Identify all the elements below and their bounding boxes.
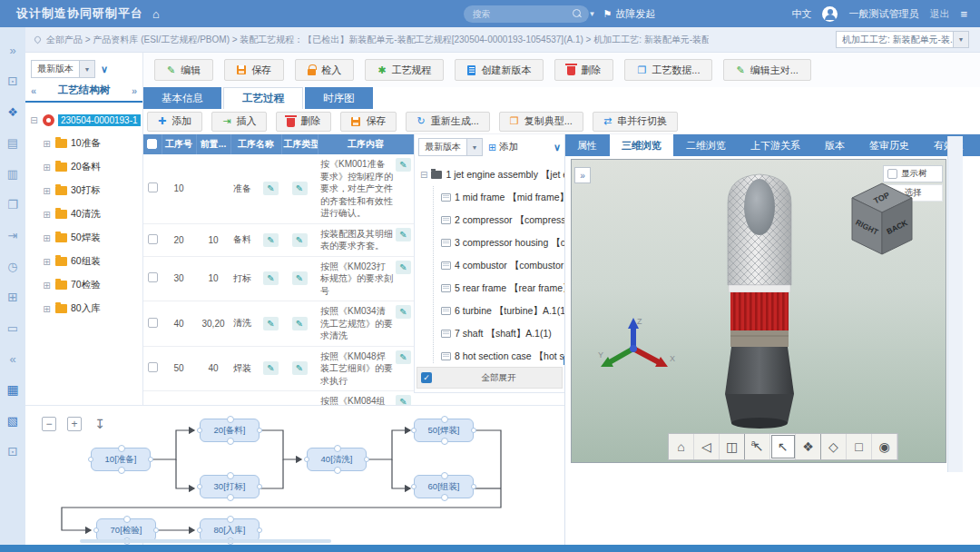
fault-launch-button[interactable]: ⚑ 故障发起 — [603, 7, 656, 21]
expand-panel-button[interactable]: » — [574, 167, 591, 183]
expand-icon[interactable]: ⊞ — [42, 233, 52, 243]
chevron-down-icon[interactable]: ∨ — [554, 142, 561, 153]
flow-node[interactable]: 60[组装] — [414, 475, 474, 498]
regenerate-button[interactable]: ↻重新生成... — [406, 112, 489, 132]
expand-icon[interactable]: ⊞ — [42, 163, 52, 172]
chart-icon[interactable]: ▧ — [0, 405, 25, 436]
screen-icon[interactable]: ⊞ — [0, 281, 25, 312]
bom-item[interactable]: 2 compressor 【compresso — [441, 209, 564, 232]
bom-item[interactable]: 7 shaft 【shaft】A.1(1) — [441, 322, 564, 345]
version-select[interactable]: 最新版本 ▼ — [31, 60, 95, 78]
expand-icon[interactable]: ⊞ — [42, 304, 52, 314]
pager-right-icon[interactable]: » — [132, 85, 137, 96]
chevron-down-icon[interactable]: ▼ — [79, 61, 94, 77]
tree-node[interactable]: ⊞50焊装 — [42, 226, 141, 250]
flow-node[interactable]: 20[备料] — [200, 419, 260, 442]
col-op-content[interactable]: 工序内容 — [318, 134, 414, 154]
document-icon[interactable]: ▤ — [0, 127, 25, 158]
table-row[interactable]: 2010 备料✎ ✎ 按装配图及其明细表的要求齐套。✎ — [143, 223, 414, 256]
save-rows-button[interactable]: 保存 — [340, 112, 397, 132]
box-zoom-icon[interactable]: □ — [847, 434, 872, 459]
edit-name-icon[interactable]: ✎ — [263, 361, 279, 375]
3d-viewer[interactable]: » 显示树 选择 TOP RIGHT BACK Z X Y — [571, 159, 946, 463]
edit-type-icon[interactable]: ✎ — [292, 317, 308, 330]
tab-3d-view[interactable]: 三维浏览 — [610, 134, 673, 156]
tab-approval-history[interactable]: 签审历史 — [858, 134, 921, 156]
process-flow-diagram[interactable]: − + ↧ 10[准备] 20[备料] 30[打标] 40[清洗] 50[焊装]… — [25, 405, 564, 543]
expand-icon[interactable]: ⊞ — [42, 281, 52, 291]
tree-icon[interactable]: ❖ — [0, 96, 25, 127]
copy-pages-icon[interactable]: ❐ — [0, 189, 25, 220]
select-cursor-icon[interactable]: ↖ — [770, 434, 796, 459]
flow-node[interactable]: 50[焊装] — [414, 419, 474, 442]
row-checkbox[interactable] — [148, 182, 158, 192]
add-button[interactable]: ✚添加 — [147, 112, 202, 132]
edit-content-icon[interactable]: ✎ — [396, 158, 411, 172]
serial-parallel-switch-button[interactable]: ⇄串并行切换 — [593, 112, 678, 132]
view-direction-icon[interactable]: ◁ — [694, 434, 720, 459]
apps-icon[interactable]: ▦ — [0, 374, 25, 405]
flow-node[interactable]: 40[清洗] — [307, 448, 367, 471]
edit-type-icon[interactable]: ✎ — [292, 271, 308, 285]
navigation-cube[interactable]: TOP RIGHT BACK — [849, 182, 915, 260]
jet-engine-model[interactable] — [701, 165, 818, 434]
tree-node[interactable]: ⊞10准备 — [42, 132, 141, 155]
clock-icon[interactable]: ◷ — [0, 251, 25, 281]
new-version-button[interactable]: 创建新版本 — [455, 59, 544, 81]
bom-version-select[interactable]: 最新版本 ▼ — [418, 138, 483, 156]
process-data-button[interactable]: ❐工艺数据... — [624, 59, 712, 81]
archive-icon[interactable]: ▥ — [0, 158, 25, 189]
bom-item[interactable]: 1 mid frame 【mid frame】 — [441, 186, 564, 209]
tab-basic-info[interactable]: 基本信息 — [143, 87, 221, 109]
expand-icon[interactable]: ⊞ — [42, 257, 52, 267]
edit-content-icon[interactable]: ✎ — [396, 228, 411, 242]
tree-root-label[interactable]: 230504-0000193-1 — [58, 114, 141, 126]
edit-name-icon[interactable]: ✎ — [263, 182, 279, 195]
chevron-down-icon[interactable]: ▼ — [953, 32, 968, 47]
tab-process[interactable]: 工艺过程 — [223, 87, 303, 109]
col-op-name[interactable]: 工序名称 — [230, 134, 281, 154]
expand-right-icon[interactable]: » — [0, 34, 25, 65]
bom-item[interactable]: 4 combustor 【combustor — [441, 254, 564, 277]
language-switch[interactable]: 中文 — [791, 7, 811, 21]
logout-button[interactable]: 退出 — [929, 7, 949, 21]
solid-cube-icon[interactable]: ◫ — [720, 434, 745, 459]
edit-content-icon[interactable]: ✎ — [396, 261, 411, 274]
annotation-cursor-icon[interactable]: a↖ — [745, 434, 770, 459]
workstation-icon[interactable]: ⊡ — [0, 436, 25, 467]
tab-properties[interactable]: 属性 — [565, 134, 609, 156]
expand-icon[interactable]: ⊞ — [42, 139, 52, 149]
flow-node[interactable]: 30[打标] — [200, 475, 260, 498]
process-selector[interactable]: 机加工工艺: 新装配单元-装... ▼ — [836, 31, 969, 48]
edit-master-button[interactable]: ✎编辑主对... — [723, 59, 810, 81]
flow-node[interactable]: 10[准备] — [91, 448, 151, 471]
camera-icon[interactable]: ◉ — [872, 434, 897, 459]
tree-node[interactable]: ⊞40清洗 — [42, 202, 141, 226]
edit-type-icon[interactable]: ✎ — [292, 361, 308, 375]
home-view-icon[interactable]: ⌂ — [669, 434, 694, 459]
col-op-no[interactable]: 工序号 — [162, 134, 196, 154]
tab-upstream-downstream[interactable]: 上下游关系 — [739, 134, 812, 156]
expand-icon[interactable]: ⊞ — [42, 210, 52, 220]
tree-root-row[interactable]: ⊟ 230504-0000193-1 — [29, 108, 141, 132]
search-input[interactable] — [464, 5, 589, 23]
row-checkbox[interactable] — [148, 272, 158, 282]
edit-content-icon[interactable]: ✎ — [396, 305, 411, 319]
right-scroll-strip[interactable] — [947, 136, 963, 472]
row-checkbox[interactable] — [148, 234, 158, 244]
bom-expand-all-button[interactable]: 全部展开 — [436, 372, 562, 384]
bom-add-button[interactable]: ⊞添加 — [488, 141, 518, 153]
tree-node[interactable]: ⊞20备料 — [42, 155, 141, 179]
table-row[interactable]: 10 准备✎ ✎ 按《KM001准备要求》控制程序的要求，对生产文件的齐套性和有… — [143, 154, 414, 223]
home-icon[interactable]: ⌂ — [152, 7, 160, 21]
horizontal-scrollbar[interactable] — [80, 539, 331, 543]
breadcrumb-path[interactable]: 全部产品 > 产品资料库 (ESI/工艺规程/PBOM) > 装配工艺规程：【已… — [46, 34, 709, 46]
edit-name-icon[interactable]: ✎ — [263, 317, 279, 330]
search-icon[interactable] — [573, 9, 582, 18]
pager-left-icon[interactable]: « — [31, 85, 36, 96]
collapse-icon[interactable]: ⊟ — [29, 115, 39, 125]
delete-row-button[interactable]: 删除 — [276, 112, 331, 132]
select-all-checkbox[interactable] — [147, 139, 157, 149]
process-spec-button[interactable]: ✱工艺规程 — [365, 59, 444, 81]
bom-item[interactable]: 3 compressor housing 【c — [441, 232, 564, 254]
